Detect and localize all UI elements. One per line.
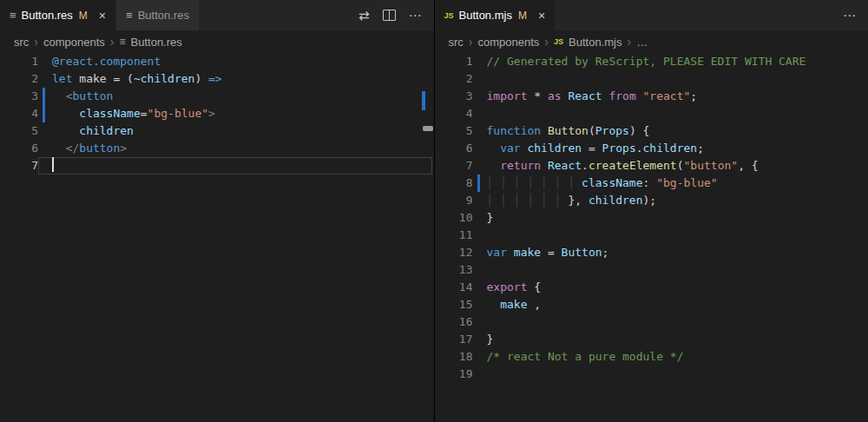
- code-line[interactable]: 1// Generated by ReScript, PLEASE EDIT W…: [435, 53, 868, 70]
- code-token: Button: [548, 124, 589, 137]
- tabs-container: JSButton.mjsM×: [435, 0, 832, 30]
- line-number[interactable]: 9: [435, 192, 473, 209]
- code-line[interactable]: 9│ │ │ │ │ │ }, children);: [435, 192, 868, 209]
- line-number[interactable]: 12: [435, 244, 473, 261]
- line-number[interactable]: 14: [435, 279, 473, 296]
- breadcrumb-separator-icon: ›: [627, 35, 631, 49]
- line-number[interactable]: 6: [0, 140, 38, 157]
- code-line[interactable]: 2: [435, 70, 868, 88]
- line-number[interactable]: 11: [435, 227, 473, 244]
- code-line[interactable]: 3 <button: [0, 88, 434, 105]
- git-gutter-modified: [477, 175, 480, 192]
- code-line[interactable]: 17}: [435, 331, 868, 348]
- line-number[interactable]: 6: [435, 140, 473, 157]
- line-number[interactable]: 4: [435, 105, 473, 122]
- code-line[interactable]: 12var make = Button;: [435, 244, 868, 261]
- close-icon[interactable]: ×: [538, 10, 545, 22]
- line-number[interactable]: 8: [435, 175, 473, 192]
- code-editor[interactable]: 1// Generated by ReScript, PLEASE EDIT W…: [435, 53, 868, 422]
- code-line[interactable]: 4: [435, 105, 868, 122]
- code-line[interactable]: 2let make = (~children) =>: [0, 70, 434, 88]
- line-number[interactable]: 10: [435, 209, 473, 227]
- line-number[interactable]: 5: [435, 122, 473, 140]
- git-gutter-modified: [43, 105, 45, 122]
- code-line[interactable]: 5function Button(Props) {: [435, 122, 868, 140]
- line-number[interactable]: 5: [0, 122, 38, 140]
- line-number[interactable]: 2: [435, 70, 473, 88]
- overview-ruler[interactable]: [422, 53, 434, 422]
- tab-label: Button.mjs: [459, 9, 512, 22]
- code-line[interactable]: 7 return React.createElement("button", {: [435, 157, 868, 175]
- line-number[interactable]: 7: [435, 157, 473, 175]
- code-line[interactable]: 3import * as React from "react";: [435, 88, 868, 105]
- breadcrumb-item[interactable]: …: [636, 36, 648, 49]
- breadcrumb-item[interactable]: components: [478, 36, 540, 49]
- code-line[interactable]: 1@react.component: [0, 53, 434, 70]
- breadcrumb-item[interactable]: components: [43, 36, 105, 49]
- code-line[interactable]: 8│ │ │ │ │ │ │ className: "bg-blue": [435, 175, 868, 192]
- line-number[interactable]: 15: [435, 296, 473, 313]
- git-gutter-modified: [43, 88, 45, 105]
- code-token: , {: [738, 159, 758, 172]
- line-number[interactable]: 19: [435, 366, 473, 383]
- code-token: .: [636, 142, 643, 155]
- code-text: [473, 313, 867, 331]
- line-number[interactable]: 16: [435, 313, 473, 331]
- code-line[interactable]: 19: [435, 366, 868, 383]
- code-line[interactable]: 18/* react Not a pure module */: [435, 348, 868, 366]
- code-line[interactable]: 4 className="bg-blue">: [0, 105, 434, 122]
- code-token: }: [487, 211, 494, 224]
- code-line[interactable]: 6 </button>: [0, 140, 434, 157]
- code-text: children: [38, 122, 432, 140]
- code-token: from: [608, 89, 635, 102]
- tab-button-res[interactable]: ≡Button.res: [116, 0, 200, 30]
- code-line[interactable]: 14export {: [435, 279, 868, 296]
- code-token: =: [141, 107, 148, 120]
- vscode-workbench: ≡Button.resM×≡Button.res ⇄⋯ src›componen…: [0, 0, 868, 422]
- line-number[interactable]: 3: [0, 88, 38, 105]
- breadcrumb-item[interactable]: src: [449, 36, 464, 49]
- line-number[interactable]: 3: [435, 88, 473, 105]
- line-number[interactable]: 1: [435, 53, 473, 70]
- code-line[interactable]: 13: [435, 261, 868, 279]
- code-editor[interactable]: 1@react.component2let make = (~children)…: [0, 53, 434, 422]
- code-text: // Generated by ReScript, PLEASE EDIT WI…: [473, 53, 867, 70]
- code-line[interactable]: 11: [435, 227, 868, 244]
- code-text: │ │ │ │ │ │ │ className: "bg-blue": [473, 175, 867, 192]
- breadcrumb-item[interactable]: Button.res: [131, 36, 182, 49]
- code-token: var: [487, 246, 507, 259]
- code-line[interactable]: 10}: [435, 209, 868, 227]
- breadcrumb-item[interactable]: src: [14, 36, 29, 49]
- line-number[interactable]: 18: [435, 348, 473, 366]
- code-text: [473, 366, 867, 383]
- line-number[interactable]: 17: [435, 331, 473, 348]
- code-line[interactable]: 6 var children = Props.children;: [435, 140, 868, 157]
- close-icon[interactable]: ×: [99, 10, 106, 22]
- code-line[interactable]: 16: [435, 313, 868, 331]
- code-line[interactable]: 7: [0, 157, 434, 175]
- overview-ruler[interactable]: [856, 53, 868, 422]
- editor-actions: ⇄⋯: [346, 0, 434, 30]
- code-text: /* react Not a pure module */: [473, 348, 867, 366]
- js-file-icon: JS: [444, 11, 454, 20]
- line-number[interactable]: 4: [0, 105, 38, 122]
- tab-button-mjs[interactable]: JSButton.mjsM×: [435, 0, 556, 30]
- line-number[interactable]: 7: [0, 157, 38, 175]
- code-token: "bg-blue": [148, 107, 208, 120]
- code-line[interactable]: 15 make ,: [435, 296, 868, 313]
- code-token: [52, 142, 66, 155]
- more-actions-icon[interactable]: ⋯: [409, 9, 422, 22]
- breadcrumb-item[interactable]: Button.mjs: [569, 36, 621, 49]
- line-number[interactable]: 13: [435, 261, 473, 279]
- code-line[interactable]: 5 children: [0, 122, 434, 140]
- line-number[interactable]: 2: [0, 70, 38, 88]
- code-token: [52, 107, 79, 120]
- open-changes-icon[interactable]: ⇄: [358, 9, 370, 22]
- line-number[interactable]: 1: [0, 53, 38, 70]
- code-token: </: [66, 142, 80, 155]
- more-actions-icon[interactable]: ⋯: [843, 9, 856, 22]
- split-editor-icon[interactable]: [383, 10, 396, 21]
- code-token: =: [582, 142, 602, 155]
- tab-button-res[interactable]: ≡Button.resM×: [0, 0, 116, 30]
- code-token: button: [72, 89, 113, 102]
